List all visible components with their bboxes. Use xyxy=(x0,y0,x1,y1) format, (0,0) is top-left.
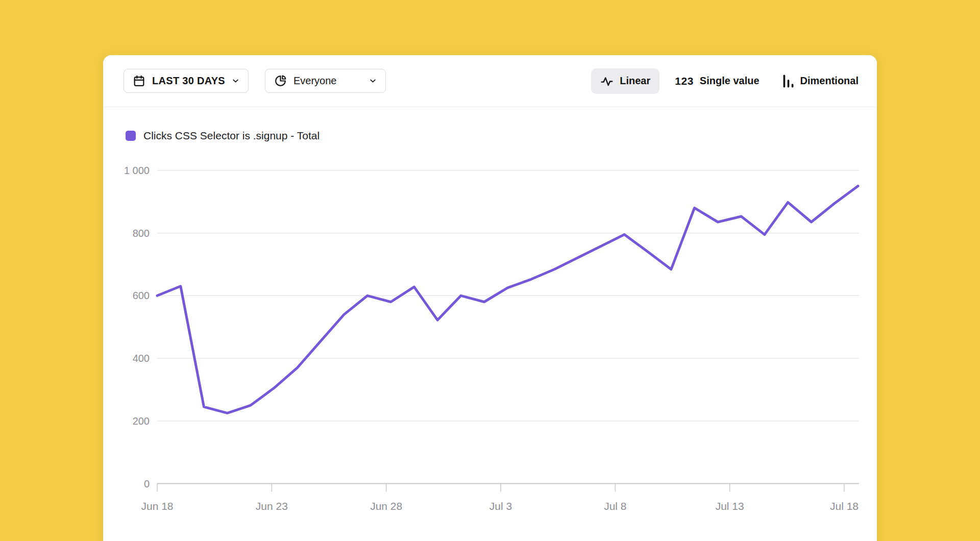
svg-text:1 000: 1 000 xyxy=(124,165,150,176)
view-mode-label: Linear xyxy=(620,75,650,87)
svg-text:600: 600 xyxy=(133,290,150,301)
svg-text:Jun 23: Jun 23 xyxy=(256,500,288,512)
123-icon: 123 xyxy=(675,75,694,87)
legend-swatch xyxy=(126,131,136,141)
svg-text:800: 800 xyxy=(133,228,150,239)
svg-text:Jul 3: Jul 3 xyxy=(489,500,512,512)
bars-icon xyxy=(782,74,794,88)
analytics-card: LAST 30 DAYS Everyone xyxy=(103,55,877,541)
pulse-icon xyxy=(600,75,614,88)
date-range-label: LAST 30 DAYS xyxy=(152,75,225,87)
calendar-icon xyxy=(133,75,145,87)
legend-label: Clicks CSS Selector is .signup - Total xyxy=(143,130,320,142)
svg-text:200: 200 xyxy=(133,415,150,427)
view-mode-label: Single value xyxy=(700,75,760,87)
line-chart[interactable]: 02004006008001 000Jun 18Jun 23Jun 28Jul … xyxy=(103,55,877,541)
svg-text:Jul 13: Jul 13 xyxy=(716,500,744,512)
audience-label: Everyone xyxy=(293,75,337,87)
view-mode-single-value[interactable]: 123 Single value xyxy=(675,75,759,87)
legend: Clicks CSS Selector is .signup - Total xyxy=(126,130,320,142)
svg-text:Jun 18: Jun 18 xyxy=(141,500,173,512)
view-mode-linear[interactable]: Linear xyxy=(591,68,659,94)
svg-text:Jul 8: Jul 8 xyxy=(604,500,626,512)
svg-text:Jul 18: Jul 18 xyxy=(830,500,859,512)
view-mode-dimensional[interactable]: Dimentional xyxy=(782,74,859,88)
date-range-button[interactable]: LAST 30 DAYS xyxy=(124,69,249,93)
toolbar: LAST 30 DAYS Everyone xyxy=(103,55,877,107)
svg-text:Jun 28: Jun 28 xyxy=(370,500,402,512)
view-mode-label: Dimentional xyxy=(800,75,859,87)
toolbar-filters: LAST 30 DAYS Everyone xyxy=(124,69,386,93)
chevron-down-icon xyxy=(369,77,377,85)
chevron-down-icon xyxy=(232,77,239,85)
svg-text:0: 0 xyxy=(144,478,150,489)
pie-chart-icon xyxy=(274,75,287,87)
svg-text:400: 400 xyxy=(133,353,150,364)
audience-button[interactable]: Everyone xyxy=(265,69,386,93)
view-mode-switcher: Linear 123 Single value Dimentional xyxy=(591,68,859,94)
